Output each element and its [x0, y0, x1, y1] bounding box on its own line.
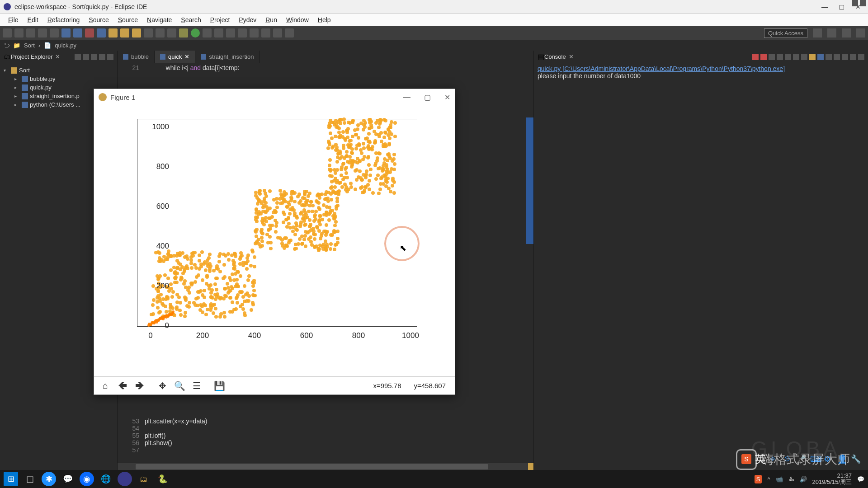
- editor-horizontal-scrollbar[interactable]: [118, 463, 533, 470]
- step-into-button[interactable]: [108, 28, 118, 38]
- chevron-right-icon[interactable]: ▸: [14, 85, 20, 90]
- step-return-button[interactable]: [132, 28, 141, 38]
- terminate-button[interactable]: [752, 54, 759, 60]
- taskbar-app[interactable]: ◉: [80, 472, 94, 486]
- back-button[interactable]: 🡸: [115, 379, 130, 393]
- mic-icon[interactable]: 🎤: [797, 454, 807, 464]
- tree-file[interactable]: ▸ bubble.py: [2, 75, 115, 83]
- window-maximize-button[interactable]: ▢: [839, 3, 844, 10]
- disconnect-button[interactable]: [97, 28, 106, 38]
- suspend-button[interactable]: [73, 28, 82, 38]
- tree-root[interactable]: ▾ Sort: [2, 66, 115, 75]
- debug-button[interactable]: [179, 28, 188, 38]
- terminate-all-button[interactable]: [760, 54, 767, 60]
- tray-video-icon[interactable]: 📹: [776, 476, 783, 483]
- close-icon[interactable]: ✕: [569, 53, 574, 60]
- menu-run[interactable]: Run: [261, 14, 282, 25]
- close-icon[interactable]: ✕: [184, 53, 189, 60]
- perspective-button[interactable]: [842, 28, 851, 38]
- menu-pydev[interactable]: Pydev: [234, 14, 261, 25]
- remove-terminated-button[interactable]: [769, 54, 775, 60]
- task-view-button[interactable]: ◫: [23, 472, 37, 486]
- taskbar-explorer[interactable]: 🗂: [137, 472, 151, 486]
- word-wrap-button[interactable]: [801, 54, 807, 60]
- maximize-view-button[interactable]: [860, 0, 866, 6]
- pin-button[interactable]: [809, 54, 816, 60]
- menu-window[interactable]: Window: [282, 14, 313, 25]
- tray-expand-icon[interactable]: ^: [767, 476, 770, 483]
- close-icon[interactable]: ✕: [55, 53, 60, 60]
- tab-bubble[interactable]: bubble: [118, 51, 155, 63]
- breadcrumb-home-icon[interactable]: ⮌: [4, 42, 9, 49]
- forward-button[interactable]: 🡺: [132, 379, 147, 393]
- configure-button[interactable]: ☰: [189, 379, 204, 393]
- drop-frame-button[interactable]: [144, 28, 153, 38]
- new-button[interactable]: [3, 28, 12, 38]
- pan-button[interactable]: ✥: [155, 379, 170, 393]
- chevron-down-icon[interactable]: ▾: [4, 68, 9, 73]
- step-over-button[interactable]: [120, 28, 129, 38]
- perspective-button[interactable]: [827, 28, 836, 38]
- display-button[interactable]: [817, 54, 824, 60]
- collapse-all-button[interactable]: [75, 54, 81, 60]
- console-header-link[interactable]: quick.py [C:\Users\Administrator\AppData…: [538, 65, 785, 72]
- keyboard-icon[interactable]: ⌨: [810, 454, 820, 464]
- tray-network-icon[interactable]: 🖧: [788, 476, 794, 483]
- perspective-button[interactable]: [813, 28, 822, 38]
- view-menu-button[interactable]: [91, 54, 97, 60]
- wrench-icon[interactable]: 🔧: [851, 454, 861, 464]
- undo-button[interactable]: [38, 28, 47, 38]
- menu-navigate[interactable]: Navigate: [142, 14, 176, 25]
- save-button[interactable]: [14, 28, 24, 38]
- menu-source[interactable]: Source: [84, 14, 113, 25]
- tab-quick[interactable]: quick ✕: [155, 51, 195, 63]
- sogou-icon[interactable]: S: [741, 454, 751, 464]
- tray-notifications-icon[interactable]: 💬: [857, 476, 864, 483]
- resume-button[interactable]: [61, 28, 71, 38]
- taskbar-wechat[interactable]: 💬: [61, 472, 75, 486]
- open-console-button[interactable]: [826, 54, 832, 60]
- tray-clock[interactable]: 21:37 2019/5/15/周三: [812, 473, 852, 486]
- new-console-button[interactable]: [834, 54, 840, 60]
- start-button[interactable]: ⊞: [4, 472, 18, 486]
- coverage-button[interactable]: [203, 28, 212, 38]
- breadcrumb-item[interactable]: Sort: [24, 42, 35, 49]
- toolbar-button[interactable]: [226, 28, 235, 38]
- toolbar-button[interactable]: [238, 28, 247, 38]
- link-editor-button[interactable]: [83, 54, 89, 60]
- taskbar-chrome[interactable]: 🌐: [99, 472, 113, 486]
- minimize-button[interactable]: [850, 54, 856, 60]
- tray-sogou-icon[interactable]: S: [755, 475, 762, 483]
- figure-minimize-button[interactable]: —: [403, 93, 410, 102]
- perspective-button[interactable]: [856, 28, 865, 38]
- toolbar-button[interactable]: [261, 28, 270, 38]
- save-button[interactable]: 💾: [212, 379, 227, 393]
- toolbar-button[interactable]: [156, 28, 165, 38]
- console-menu-button[interactable]: [842, 54, 848, 60]
- ime-indicator[interactable]: 英: [755, 452, 766, 466]
- menu-refactoring[interactable]: Refactoring: [43, 14, 85, 25]
- clear-button[interactable]: [785, 54, 791, 60]
- back-button[interactable]: [273, 28, 282, 38]
- tab-straight-insertion[interactable]: straight_insertion: [195, 51, 259, 63]
- search-button[interactable]: [250, 28, 259, 38]
- menu-file[interactable]: File: [4, 14, 23, 25]
- home-button[interactable]: ⌂: [98, 379, 113, 393]
- menu-project[interactable]: Project: [206, 14, 235, 25]
- run-button[interactable]: [191, 28, 200, 38]
- save-all-button[interactable]: [26, 28, 35, 38]
- minimize-view-button[interactable]: [852, 0, 858, 6]
- menu-source2[interactable]: Source: [113, 14, 142, 25]
- minimize-button[interactable]: [99, 54, 105, 60]
- external-tools-button[interactable]: [214, 28, 223, 38]
- redo-button[interactable]: [50, 28, 59, 38]
- toolbar-button[interactable]: [167, 28, 176, 38]
- quick-access-input[interactable]: Quick Access: [764, 28, 807, 38]
- tray-volume-icon[interactable]: 🔊: [800, 476, 807, 483]
- taskbar-python[interactable]: 🐍: [156, 472, 170, 486]
- remove-all-button[interactable]: [777, 54, 783, 60]
- chevron-right-icon[interactable]: ▸: [14, 94, 20, 99]
- scrollbar-thumb[interactable]: [136, 464, 488, 469]
- figure-close-button[interactable]: ✕: [444, 93, 450, 102]
- figure-canvas[interactable]: 0 200 400 600 800 1000 0 200 400 600 800…: [94, 105, 455, 376]
